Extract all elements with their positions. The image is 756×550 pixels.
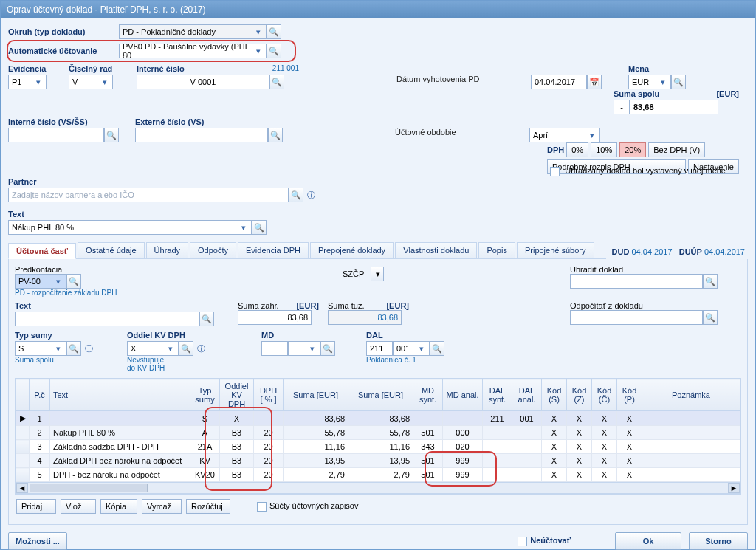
search-icon[interactable]: 🔍 [252, 220, 267, 235]
neuctovat-checkbox[interactable] [518, 537, 527, 546]
info-icon[interactable]: ⓘ [193, 341, 208, 356]
partner-input[interactable]: Zadajte názov partnera alebo IČO [8, 188, 289, 202]
calendar-icon[interactable]: 📅 [587, 75, 602, 89]
internevs-input[interactable] [8, 128, 104, 142]
th-kodz[interactable]: Kód (Z) [567, 379, 592, 411]
tab-pripojene[interactable]: Pripojené súbory [517, 242, 594, 258]
search-icon[interactable]: 🔍 [289, 188, 303, 202]
vymaz-button[interactable]: Vymaž [142, 499, 182, 514]
th-kods[interactable]: Kód (S) [542, 379, 567, 411]
tab-evidenciadph[interactable]: Evidencia DPH [238, 242, 309, 258]
ok-button[interactable]: Ok [615, 532, 681, 550]
internecislo-input[interactable]: V-0001 [137, 75, 269, 89]
tab-odpocty[interactable]: Odpočty [190, 242, 236, 258]
horizontal-scrollbar[interactable]: ◄ ► [16, 482, 740, 494]
table-row[interactable]: ▶1SX83,6883,68211001XXXX [16, 411, 740, 426]
sign-input[interactable]: - [614, 100, 630, 114]
sumaspolu-input[interactable]: 83,68 [630, 100, 718, 114]
th-mdsynt[interactable]: MD synt. [413, 379, 443, 411]
uctobdobie-select[interactable]: Apríl▾ [529, 128, 600, 142]
tab-vlastnosti[interactable]: Vlastnosti dokladu [395, 242, 477, 258]
th-oddiel[interactable]: Oddiel KV DPH [220, 379, 254, 411]
th-kodc[interactable]: Kód (Č) [592, 379, 617, 411]
table-row[interactable]: 4Základ DPH bez nároku na odpočetKVB3201… [16, 454, 740, 468]
th-suma2[interactable]: Suma [EUR] [348, 379, 413, 411]
vloz-button[interactable]: Vlož [61, 499, 96, 514]
th-pc[interactable]: P.č [30, 379, 50, 411]
scroll-right-icon[interactable]: ► [728, 483, 740, 493]
tab-uhrady[interactable]: Úhrady [146, 242, 188, 258]
oddiel-select[interactable]: X▾ [127, 341, 179, 356]
search-icon[interactable]: 🔍 [320, 341, 335, 356]
sumaz-input[interactable]: 83,68 [238, 310, 312, 325]
dph-20-button[interactable]: 20% [619, 142, 646, 157]
search-icon[interactable]: 🔍 [104, 128, 119, 142]
odpocitat-input[interactable] [570, 310, 703, 325]
okruh-select[interactable]: PD - Pokladničné doklady▾ [119, 24, 267, 39]
th-mdanal[interactable]: MD anal. [443, 379, 483, 411]
bezdph-button[interactable]: Bez DPH (V) [648, 142, 705, 157]
search-icon[interactable]: 🔍 [268, 128, 283, 142]
md-synt-input[interactable] [261, 341, 288, 356]
th-dalanal[interactable]: DAL anal. [512, 379, 542, 411]
externevs-input[interactable] [135, 128, 268, 142]
moznosti-button[interactable]: Možnosti ... [8, 532, 67, 550]
szcp-dropdown[interactable]: ▾ [371, 267, 384, 281]
th-dph[interactable]: DPH [ % ] [254, 379, 284, 411]
info-icon[interactable]: ⓘ [303, 188, 318, 202]
dph-0-button[interactable]: 0% [566, 142, 588, 157]
th-dalsynt[interactable]: DAL synt. [483, 379, 512, 411]
th-kodp[interactable]: Kód (P) [617, 379, 642, 411]
th-suma1[interactable]: Suma [EUR] [284, 379, 348, 411]
info-icon[interactable]: ⓘ [81, 341, 96, 356]
search-icon[interactable]: 🔍 [66, 341, 81, 356]
th-typsumy[interactable]: Typ sumy [190, 379, 220, 411]
dal-synt-input[interactable]: 211 [366, 341, 393, 356]
datumvyhot-input[interactable]: 04.04.2017 [531, 75, 587, 89]
search-icon[interactable]: 🔍 [179, 341, 193, 356]
mena-select[interactable]: EUR▾ [628, 75, 671, 89]
typsumy-select[interactable]: S▾ [15, 341, 66, 356]
text-select[interactable]: Nákup PHL 80 %▾ [8, 220, 252, 235]
autouc-select[interactable]: PV80 PD - Paušálne výdavky (PHL 80▾ [119, 44, 267, 58]
predkont-select[interactable]: PV-00▾ [15, 274, 66, 289]
table-row[interactable]: 5DPH - bez nároku na odpočetKV20B3202,79… [16, 468, 740, 482]
predkont-label: Predkontácia [15, 265, 148, 274]
tab-popis[interactable]: Popis [478, 242, 515, 258]
mena-search-icon[interactable]: 🔍 [671, 75, 686, 89]
uhrcheck-checkbox[interactable] [550, 167, 560, 176]
internecislo-search-icon[interactable]: 🔍 [269, 75, 284, 89]
rozuctuj-button[interactable]: Rozúčtuj [186, 499, 230, 514]
evidencia-select[interactable]: P1▾ [8, 75, 47, 89]
search-icon[interactable]: 🔍 [703, 274, 718, 289]
dal-anal-select[interactable]: 001▾ [393, 341, 430, 356]
autouc-search-icon[interactable]: 🔍 [267, 44, 281, 58]
okruh-search-icon[interactable]: 🔍 [267, 24, 281, 39]
th-poznamka[interactable]: Poznámka [642, 379, 740, 411]
tab-uctovna[interactable]: Účtovná časť [8, 243, 76, 259]
tab-prepojene[interactable]: Prepojené doklady [310, 242, 394, 258]
ciselnyrad-select[interactable]: V▾ [69, 75, 113, 89]
tab-ostatne[interactable]: Ostatné údaje [78, 242, 145, 258]
dph-10-button[interactable]: 10% [591, 142, 617, 157]
table-row[interactable]: 3Základná sadzba DPH - DPH21AB32011,1611… [16, 440, 740, 454]
pridaj-button[interactable]: Pridaj [16, 499, 56, 514]
sucty-checkbox[interactable] [257, 502, 267, 512]
search-icon[interactable]: 🔍 [703, 310, 718, 325]
uhradit-input[interactable] [570, 274, 703, 289]
storno-button[interactable]: Storno [689, 532, 748, 550]
scroll-left-icon[interactable]: ◄ [16, 483, 28, 493]
chevron-down-icon: ▾ [307, 344, 317, 354]
window-title: Oprav účtovný doklad - Platiteľ DPH, s. … [1, 1, 755, 18]
scroll-thumb[interactable] [30, 484, 148, 492]
kopia-button[interactable]: Kópia [100, 499, 137, 514]
text2-input[interactable] [15, 312, 199, 326]
chevron-down-icon: ▾ [416, 344, 426, 354]
search-icon[interactable]: 🔍 [199, 312, 214, 326]
search-icon[interactable]: 🔍 [66, 274, 81, 289]
internecislo-code[interactable]: 211 001 [272, 64, 299, 75]
md-anal-select[interactable]: ▾ [288, 341, 320, 356]
search-icon[interactable]: 🔍 [430, 341, 444, 356]
th-text[interactable]: Text [50, 379, 190, 411]
table-row[interactable]: 2Nákup PHL 80 %AB32055,7855,78501000XXXX [16, 426, 740, 440]
